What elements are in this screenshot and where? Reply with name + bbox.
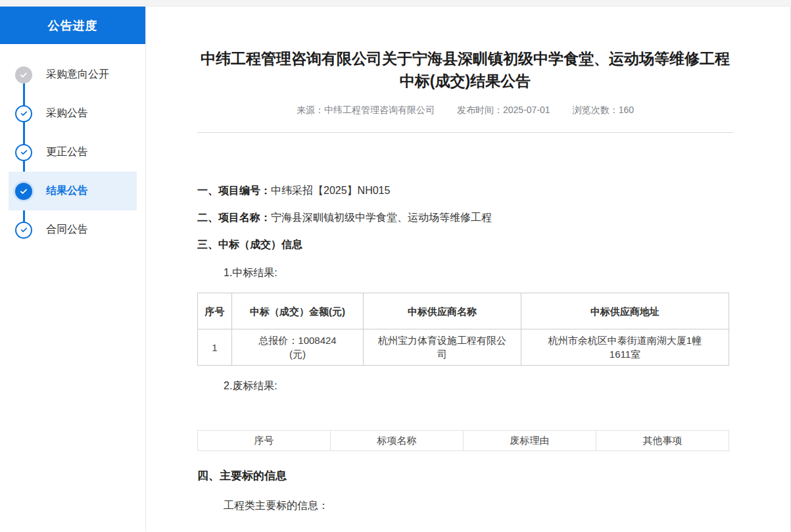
cell-supplier-address: 杭州市余杭区中泰街道南湖大厦1幢 1611室: [521, 329, 729, 366]
dotted-divider: [197, 132, 733, 133]
project-number-label: 一、项目编号：: [197, 185, 271, 196]
col-header-supplier-name: 中标供应商名称: [364, 293, 521, 329]
col-header-seq: 序号: [198, 293, 232, 329]
cell-seq: 1: [198, 329, 232, 366]
page-top-strip: [0, 0, 791, 7]
check-circle-icon: [15, 66, 32, 84]
cell-supplier-name: 杭州宝力体育设施工程有限公 司: [364, 329, 521, 366]
article-meta: 来源：中纬工程管理咨询有限公司 发布时间：2025-07-01 浏览次数：160: [197, 105, 733, 116]
award-info-heading: 三、中标（成交）信息: [197, 237, 733, 252]
check-circle-icon: [15, 183, 32, 200]
project-number-row: 一、项目编号：中纬采招【2025】NH015: [197, 183, 733, 198]
rejected-bids-table: 序号 标项名称 废标理由 其他事项: [197, 430, 729, 451]
project-number-value: 中纬采招【2025】NH015: [271, 185, 390, 196]
sidebar-item-result-notice[interactable]: 结果公告: [9, 172, 137, 210]
check-circle-icon: [15, 144, 32, 161]
main-subject-heading: 四、主要标的信息: [197, 468, 733, 483]
sidebar-item-purchase-notice[interactable]: 采购公告: [0, 94, 145, 133]
sidebar-item-purchase-intent[interactable]: 采购意向公开: [0, 55, 145, 94]
col-header-other-matters: 其他事项: [596, 431, 729, 451]
announcement-main: 中纬工程管理咨询有限公司关于宁海县深甽镇初级中学食堂、运动场等维修工程中标(成交…: [146, 7, 791, 531]
meta-view-count: 浏览次数：160: [573, 105, 634, 116]
sidebar-item-correction-notice[interactable]: 更正公告: [0, 133, 145, 172]
sidebar-item-label: 采购公告: [46, 107, 88, 120]
check-circle-icon: [15, 222, 32, 239]
sidebar-item-label: 合同公告: [46, 223, 88, 237]
cell-amount: 总报价：1008424 (元): [232, 329, 364, 366]
announcement-body: 一、项目编号：中纬采招【2025】NH015 二、项目名称：宁海县深甽镇初级中学…: [197, 183, 733, 513]
sidebar-title: 公告进度: [0, 7, 145, 44]
page-layout: 公告进度 采购意向公开 采购公告 更正公告: [0, 7, 791, 531]
project-name-row: 二、项目名称：宁海县深甽镇初级中学食堂、运动场等维修工程: [197, 210, 733, 225]
article-column: 中纬工程管理咨询有限公司关于宁海县深甽镇初级中学食堂、运动场等维修工程中标(成交…: [197, 47, 733, 513]
sidebar-item-contract-notice[interactable]: 合同公告: [0, 210, 145, 249]
engineering-subject-subheading: 工程类主要标的信息：: [197, 499, 733, 513]
table-header-row: 序号 标项名称 废标理由 其他事项: [198, 431, 729, 451]
table-row: 1 总报价：1008424 (元) 杭州宝力体育设施工程有限公 司 杭州市余杭区…: [198, 329, 729, 366]
announcement-progress-sidebar: 公告进度 采购意向公开 采购公告 更正公告: [0, 7, 146, 531]
project-name-label: 二、项目名称：: [197, 212, 271, 223]
sidebar-item-label: 采购意向公开: [46, 68, 109, 82]
progress-timeline: 采购意向公开 采购公告 更正公告 结果公告: [0, 44, 145, 249]
check-circle-icon: [15, 105, 32, 122]
col-header-lot-name: 标项名称: [331, 431, 464, 451]
project-name-value: 宁海县深甽镇初级中学食堂、运动场等维修工程: [271, 212, 492, 223]
col-header-reject-reason: 废标理由: [464, 431, 596, 451]
col-header-seq: 序号: [198, 431, 331, 451]
col-header-supplier-address: 中标供应商地址: [521, 293, 729, 329]
rejected-result-subheading: 2.废标结果:: [197, 379, 733, 393]
award-result-table: 序号 中标（成交）金额(元) 中标供应商名称 中标供应商地址 1 总报价：100…: [197, 293, 729, 366]
table-header-row: 序号 中标（成交）金额(元) 中标供应商名称 中标供应商地址: [198, 293, 729, 329]
col-header-amount: 中标（成交）金额(元): [232, 293, 364, 329]
sidebar-item-label: 更正公告: [46, 145, 88, 159]
meta-source: 来源：中纬工程管理咨询有限公司: [297, 105, 435, 116]
sidebar-item-label: 结果公告: [46, 184, 88, 198]
page-title: 中纬工程管理咨询有限公司关于宁海县深甽镇初级中学食堂、运动场等维修工程中标(成交…: [197, 47, 733, 92]
award-result-subheading: 1.中标结果:: [197, 266, 733, 280]
meta-publish-time: 发布时间：2025-07-01: [457, 105, 550, 116]
